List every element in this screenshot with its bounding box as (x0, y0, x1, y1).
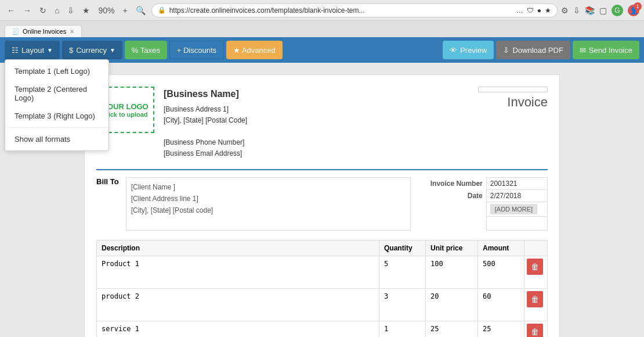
nav-back[interactable]: ← (5, 5, 17, 16)
app-toolbar: ☷ Layout ▼ Template 1 (Left Logo) Templa… (0, 37, 644, 63)
template-3-option[interactable]: Template 3 (Right Logo) (5, 107, 108, 125)
items-table: Description Quantity Unit price Amount P… (96, 240, 548, 337)
item-action-cell: 🗑 (524, 256, 548, 288)
profile-icon[interactable]: 1 👤 (628, 5, 639, 16)
zoom-level: 90% (96, 5, 117, 16)
business-phone[interactable]: [Business Phone Number] (164, 137, 247, 148)
item-unit-price-cell[interactable]: 20 (426, 288, 478, 321)
logo-section: YOUR LOGO click to upload [Business Name… (96, 87, 247, 160)
item-quantity-input[interactable]: 3 (379, 289, 425, 319)
col-description-label: Description (97, 240, 379, 256)
item-description-input[interactable]: service 1 (97, 321, 379, 337)
item-quantity-cell[interactable]: 3 (379, 288, 426, 321)
download-icon: ⇩ (503, 46, 509, 55)
item-unit-price-cell[interactable]: 25 (426, 321, 478, 337)
invoice-number-value[interactable]: 2001321 (486, 177, 547, 189)
item-description-cell[interactable]: Product 1 (97, 256, 379, 288)
logo-subtext: click to upload (103, 111, 147, 118)
template-1-option[interactable]: Template 1 (Left Logo) (5, 62, 108, 80)
preview-button[interactable]: 👁 Preview (443, 41, 494, 59)
nav-home[interactable]: ⌂ (52, 5, 61, 16)
date-value[interactable]: 2/27/2018 (486, 189, 547, 202)
layout-button[interactable]: ☷ Layout ▼ (5, 41, 60, 59)
item-unit-price-input[interactable]: 25 (426, 321, 477, 337)
layout-icon: ☷ (12, 46, 19, 55)
item-amount-cell[interactable]: 25 (478, 321, 524, 337)
currency-button[interactable]: $ Currency ▼ (62, 41, 122, 59)
address-bar[interactable]: 🔒 https://create.onlineinvoices.com/temp… (151, 3, 558, 17)
date-row: Date 2/27/2018 (420, 189, 548, 202)
extensions-icon[interactable]: ⚙ (561, 6, 569, 15)
bill-to: Bill To [Client Name ] [Client Address l… (96, 177, 411, 231)
business-city[interactable]: [City], [State] [Postal Code] (164, 115, 247, 126)
lock-icon: 🔒 (158, 6, 166, 14)
star-icon[interactable]: ★ (545, 6, 551, 15)
add-more-row: [ADD MORE] (420, 202, 548, 216)
preview-label: Preview (460, 46, 487, 55)
tab-close-button[interactable]: ✕ (70, 28, 74, 35)
active-tab[interactable]: 🧾 Online Invoices ✕ (5, 25, 82, 37)
download-icon[interactable]: ⇩ (573, 6, 580, 15)
nav-refresh[interactable]: ↻ (37, 5, 49, 16)
send-invoice-button[interactable]: ✉ Send Invoice (573, 41, 639, 59)
library-icon[interactable]: 📚 (585, 6, 595, 15)
nav-bookmark[interactable]: ★ (80, 5, 92, 16)
item-quantity-input[interactable]: 1 (379, 321, 425, 337)
g-icon[interactable]: G (612, 5, 623, 16)
item-description-cell[interactable]: service 1 (97, 321, 379, 337)
discounts-button[interactable]: + Discounts (169, 41, 224, 59)
meta-empty-row (420, 216, 548, 230)
bill-to-info[interactable]: [Client Name ] [Client Address line 1] [… (126, 177, 411, 231)
business-email[interactable]: [Business Email Address] (164, 148, 247, 159)
delete-item-button[interactable]: 🗑 (527, 324, 543, 337)
item-unit-price-input[interactable]: 20 (426, 289, 477, 319)
dropdown-divider (5, 127, 108, 128)
item-action-cell: 🗑 (524, 321, 548, 337)
add-more-button[interactable]: [ADD MORE] (490, 204, 537, 214)
business-name[interactable]: [Business Name] (164, 87, 247, 102)
item-unit-price-input[interactable]: 100 (426, 256, 477, 286)
item-unit-price-cell[interactable]: 100 (426, 256, 478, 288)
invoice-number-box (478, 87, 548, 92)
layout-dropdown-container: ☷ Layout ▼ Template 1 (Left Logo) Templa… (5, 41, 60, 59)
item-amount-input[interactable]: 60 (478, 289, 524, 319)
tab-favicon: 🧾 (12, 28, 19, 35)
shield-icon: 🛡 (527, 6, 534, 15)
currency-dropdown-arrow: ▼ (110, 47, 115, 53)
preview-icon: 👁 (450, 46, 457, 55)
invoice-meta: Invoice Number 2001321 Date 2/27/2018 [A… (420, 177, 548, 231)
item-description-cell[interactable]: product 2 (97, 288, 379, 321)
circle-icon: ● (537, 6, 541, 15)
download-pdf-button[interactable]: ⇩ Download PDF (496, 41, 570, 59)
show-all-formats[interactable]: Show all formats (5, 130, 108, 148)
business-address1[interactable]: [Business Address 1] (164, 104, 247, 115)
item-amount-input[interactable]: 500 (478, 256, 524, 286)
item-amount-input[interactable]: 25 (478, 321, 524, 337)
logo-text: YOUR LOGO (102, 102, 148, 111)
taxes-button[interactable]: % Taxes (125, 41, 167, 59)
item-description-input[interactable]: Product 1 (97, 256, 379, 286)
nav-download[interactable]: ⇩ (65, 5, 77, 16)
send-label: Send Invoice (589, 46, 632, 55)
client-address1: [Client Address line 1] (131, 193, 406, 205)
item-description-input[interactable]: product 2 (97, 289, 379, 319)
search[interactable]: 🔍 (133, 5, 148, 16)
advanced-label: ★ Advanced (233, 46, 276, 55)
item-quantity-cell[interactable]: 5 (379, 256, 426, 288)
item-quantity-input[interactable]: 5 (379, 256, 425, 286)
advanced-button[interactable]: ★ Advanced (226, 41, 283, 59)
item-quantity-cell[interactable]: 1 (379, 321, 426, 337)
item-amount-cell[interactable]: 60 (478, 288, 524, 321)
table-row: service 1 1 25 25 🗑 (97, 321, 548, 337)
template-2-option[interactable]: Template 2 (Centered Logo) (5, 80, 108, 107)
item-action-cell: 🗑 (524, 288, 548, 321)
col-amount-label: Amount (478, 240, 524, 256)
delete-item-button[interactable]: 🗑 (527, 259, 543, 275)
nav-forward[interactable]: → (21, 5, 34, 16)
delete-item-button[interactable]: 🗑 (527, 291, 543, 307)
new-tab[interactable]: + (121, 5, 130, 16)
item-amount-cell[interactable]: 500 (478, 256, 524, 288)
taxes-label: % Taxes (132, 46, 160, 55)
bookmarks-icon[interactable]: ▢ (599, 6, 607, 15)
date-label: Date (420, 189, 486, 202)
